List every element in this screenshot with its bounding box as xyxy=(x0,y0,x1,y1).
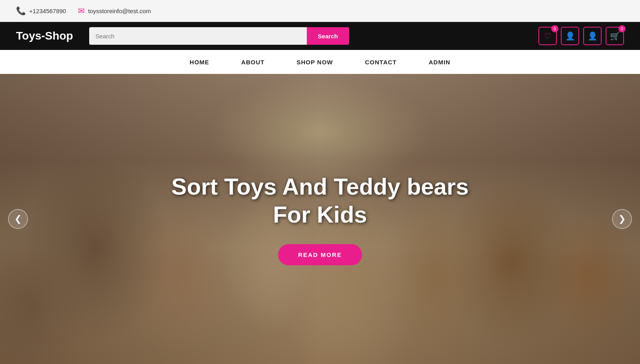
user-icon-1: 👤 xyxy=(565,31,575,41)
phone-icon: 📞 xyxy=(16,6,26,16)
slider-next-button[interactable]: ❯ xyxy=(612,209,632,229)
top-bar: 📞 +1234567890 ✉ toysstoreinfo@test.com xyxy=(0,0,640,22)
nav-item-admin[interactable]: ADMIN xyxy=(429,56,450,69)
heart-icon: ♡ xyxy=(544,31,551,41)
cart-badge: 0 xyxy=(618,25,626,32)
hero-title-line1: Sort Toys And Teddy bears xyxy=(171,173,468,199)
hero-content: Sort Toys And Teddy bears For Kids READ … xyxy=(171,173,468,265)
email-item: ✉ toysstoreinfo@test.com xyxy=(78,6,151,16)
user-button-1[interactable]: 👤 xyxy=(561,27,579,45)
cart-icon: 🛒 xyxy=(610,31,620,41)
hero-section: ❮ Sort Toys And Teddy bears For Kids REA… xyxy=(0,74,640,364)
phone-number: +1234567890 xyxy=(29,8,66,14)
next-arrow-icon: ❯ xyxy=(618,214,626,224)
nav-item-home[interactable]: HOME xyxy=(190,56,209,69)
hero-title-line2: For Kids xyxy=(273,201,367,227)
email-icon: ✉ xyxy=(78,6,85,16)
header: Toys-Shop Search ♡ 0 👤 👤 🛒 0 xyxy=(0,22,640,50)
search-input[interactable] xyxy=(89,27,307,45)
logo[interactable]: Toys-Shop xyxy=(16,30,73,42)
navigation: HOME ABOUT SHOP NOW CONTACT ADMIN xyxy=(0,50,640,74)
user-button-2[interactable]: 👤 xyxy=(583,27,602,45)
user-icon-2: 👤 xyxy=(588,31,598,41)
search-button[interactable]: Search xyxy=(307,27,349,45)
cart-button[interactable]: 🛒 0 xyxy=(606,27,624,45)
hero-read-more-button[interactable]: READ MORE xyxy=(278,244,362,265)
nav-item-about[interactable]: ABOUT xyxy=(241,56,264,69)
slider-prev-button[interactable]: ❮ xyxy=(8,209,28,229)
wishlist-button[interactable]: ♡ 0 xyxy=(538,27,557,45)
hero-title: Sort Toys And Teddy bears For Kids xyxy=(171,173,468,228)
nav-item-contact[interactable]: CONTACT xyxy=(365,56,397,69)
phone-item: 📞 +1234567890 xyxy=(16,6,66,16)
header-icons: ♡ 0 👤 👤 🛒 0 xyxy=(538,27,624,45)
prev-arrow-icon: ❮ xyxy=(14,214,22,224)
nav-item-shop-now[interactable]: SHOP NOW xyxy=(296,56,333,69)
wishlist-badge: 0 xyxy=(551,25,558,32)
search-bar: Search xyxy=(89,27,349,45)
email-address: toysstoreinfo@test.com xyxy=(88,8,151,14)
